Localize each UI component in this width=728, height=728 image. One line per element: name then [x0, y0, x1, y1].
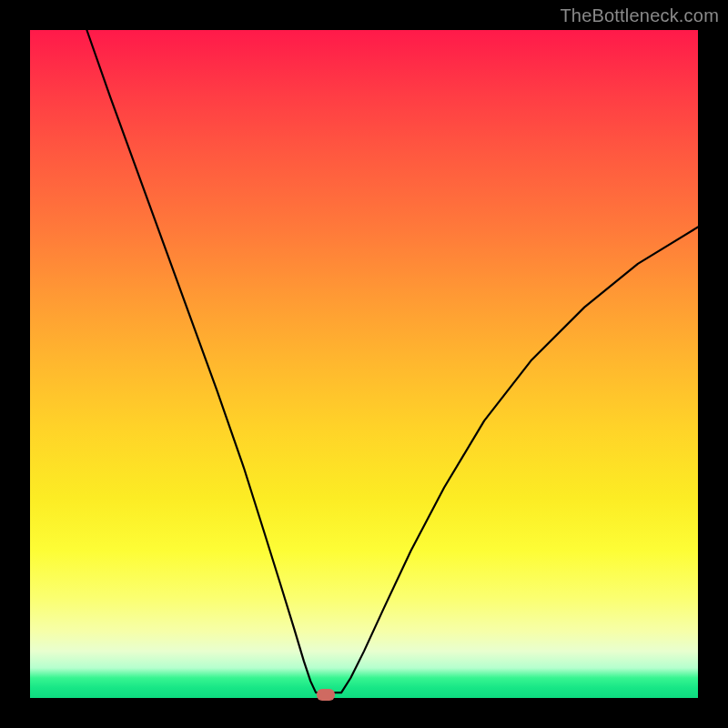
watermark-text: TheBottleneck.com [560, 5, 719, 26]
bottleneck-curve [30, 30, 698, 698]
chart-frame: TheBottleneck.com [0, 0, 728, 728]
optimum-marker [317, 689, 335, 701]
curve-path [86, 30, 698, 693]
